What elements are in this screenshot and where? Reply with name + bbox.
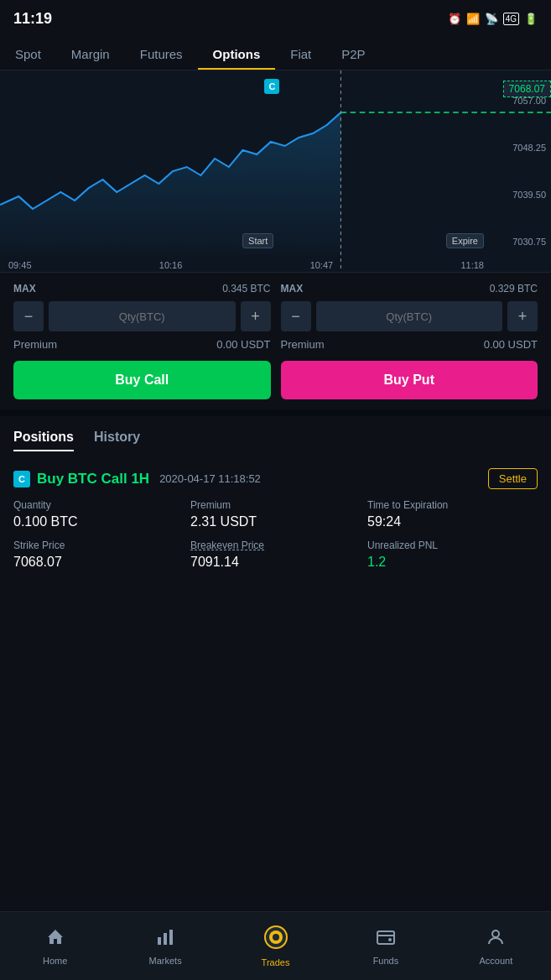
- buy-call-button[interactable]: Buy Call: [13, 361, 271, 399]
- nav-markets-label: Markets: [149, 956, 182, 966]
- call-premium-label: Premium: [13, 338, 57, 351]
- time-tick-4: 11:18: [460, 260, 484, 270]
- position-card: C Buy BTC Call 1H 2020-04-17 11:18:52 Se…: [13, 458, 538, 580]
- battery-icon: 🔋: [524, 13, 538, 25]
- call-max-label: MAX: [13, 283, 36, 295]
- trading-row: MAX 0.345 BTC − + Premium 0.00 USDT Buy …: [13, 283, 538, 399]
- svg-point-11: [388, 938, 392, 941]
- call-premium-row: Premium 0.00 USDT: [13, 338, 271, 351]
- put-qty-row: − +: [281, 301, 538, 331]
- position-c-badge: C: [13, 471, 30, 487]
- call-qty-plus[interactable]: +: [241, 301, 271, 331]
- position-date: 2020-04-17 11:18:52: [159, 472, 261, 485]
- tab-positions[interactable]: Positions: [13, 430, 74, 451]
- premium-value: 2.31 USDT: [190, 514, 361, 529]
- price-tick-3: 7039.50: [497, 190, 546, 200]
- expire-label: Expire: [446, 233, 484, 248]
- status-icons: ⏰ 📶 📡 4G 🔋: [448, 13, 538, 25]
- field-unrealized-pnl: Unrealized PNL 1.2: [367, 540, 538, 570]
- strike-price-value: 7068.07: [13, 555, 184, 570]
- field-breakeven-price: Breakeven Price 7091.14: [190, 540, 361, 570]
- tab-options[interactable]: Options: [198, 40, 276, 70]
- signal-icon: 📡: [485, 13, 498, 25]
- svg-point-9: [273, 934, 279, 941]
- strike-price-label: Strike Price: [13, 540, 184, 551]
- tab-futures[interactable]: Futures: [125, 40, 198, 70]
- call-max-row: MAX 0.345 BTC: [13, 283, 271, 295]
- svg-marker-3: [48, 930, 63, 944]
- nav-account[interactable]: Account: [441, 912, 551, 980]
- tab-fiat[interactable]: Fiat: [275, 40, 326, 70]
- status-time: 11:19: [13, 10, 52, 28]
- tab-history[interactable]: History: [94, 430, 140, 451]
- alarm-icon: ⏰: [448, 13, 461, 25]
- premium-label: Premium: [190, 499, 361, 511]
- put-max-label: MAX: [281, 283, 304, 295]
- tab-p2p[interactable]: P2P: [326, 40, 380, 70]
- put-premium-row: Premium 0.00 USDT: [281, 338, 538, 351]
- time-tick-2: 10:16: [159, 260, 183, 270]
- positions-section: Positions History C Buy BTC Call 1H 2020…: [0, 409, 551, 593]
- nav-funds[interactable]: Funds: [330, 912, 440, 980]
- breakeven-price-label: Breakeven Price: [190, 540, 361, 551]
- nav-funds-label: Funds: [373, 956, 399, 966]
- tab-spot[interactable]: Spot: [0, 40, 56, 70]
- chart-area: C 7068.07 7057.00 7048.25 7039.50 7030.7…: [0, 70, 551, 272]
- call-max-value: 0.345 BTC: [222, 283, 270, 295]
- time-tick-1: 09:45: [8, 260, 32, 270]
- call-qty-minus[interactable]: −: [13, 301, 44, 331]
- time-expiration-label: Time to Expiration: [367, 499, 538, 511]
- time-expiration-value: 59:24: [367, 514, 538, 529]
- field-quantity: Quantity 0.100 BTC: [13, 499, 184, 529]
- home-icon: [45, 927, 65, 952]
- nav-account-label: Account: [479, 956, 512, 966]
- tab-margin[interactable]: Margin: [56, 40, 125, 70]
- markets-icon: [155, 927, 175, 952]
- positions-tabs: Positions History: [13, 430, 538, 451]
- call-qty-row: − +: [13, 301, 271, 331]
- field-premium: Premium 2.31 USDT: [190, 499, 361, 529]
- svg-rect-6: [169, 930, 173, 945]
- unrealized-pnl-value: 1.2: [367, 555, 538, 570]
- put-qty-plus[interactable]: +: [507, 301, 538, 331]
- status-bar: 11:19 ⏰ 📶 📡 4G 🔋: [0, 0, 551, 34]
- call-premium-value: 0.00 USDT: [216, 338, 270, 351]
- position-header: C Buy BTC Call 1H 2020-04-17 11:18:52 Se…: [13, 468, 538, 489]
- time-tick-3: 10:47: [310, 260, 334, 270]
- funds-icon: [376, 927, 396, 952]
- put-premium-value: 0.00 USDT: [484, 338, 538, 351]
- buy-put-button[interactable]: Buy Put: [281, 361, 538, 399]
- put-qty-minus[interactable]: −: [281, 301, 311, 331]
- call-qty-input[interactable]: [49, 301, 236, 331]
- svg-rect-5: [164, 933, 167, 945]
- price-axis: 7057.00 7048.25 7039.50 7030.75: [492, 70, 551, 272]
- position-title: Buy BTC Call 1H: [37, 471, 149, 487]
- c-badge: C: [264, 79, 279, 94]
- svg-rect-10: [377, 931, 394, 944]
- settle-button[interactable]: Settle: [488, 468, 538, 489]
- field-strike-price: Strike Price 7068.07: [13, 540, 184, 570]
- put-max-row: MAX 0.329 BTC: [281, 283, 538, 295]
- quantity-label: Quantity: [13, 499, 184, 511]
- account-icon: [486, 927, 506, 952]
- breakeven-price-value: 7091.14: [190, 555, 361, 570]
- put-qty-input[interactable]: [316, 301, 503, 331]
- price-tick-2: 7048.25: [497, 143, 546, 153]
- nav-trades[interactable]: Trades: [221, 912, 330, 980]
- price-tick-4: 7030.75: [497, 237, 546, 247]
- field-time-expiration: Time to Expiration 59:24: [367, 499, 538, 529]
- svg-rect-4: [158, 937, 161, 945]
- bottom-nav: Home Markets Trades: [0, 911, 551, 980]
- svg-point-12: [492, 930, 499, 937]
- nav-markets[interactable]: Markets: [110, 912, 220, 980]
- price-tick-1: 7057.00: [497, 96, 546, 106]
- nav-tabs: Spot Margin Futures Options Fiat P2P: [0, 34, 551, 70]
- trading-section: MAX 0.345 BTC − + Premium 0.00 USDT Buy …: [0, 272, 551, 409]
- unrealized-pnl-label: Unrealized PNL: [367, 540, 538, 551]
- put-max-value: 0.329 BTC: [490, 283, 538, 295]
- start-label: Start: [242, 233, 273, 248]
- buy-put-col: MAX 0.329 BTC − + Premium 0.00 USDT Buy …: [281, 283, 538, 399]
- nav-home[interactable]: Home: [0, 912, 110, 980]
- wifi-icon: 📶: [466, 13, 480, 25]
- buy-call-col: MAX 0.345 BTC − + Premium 0.00 USDT Buy …: [13, 283, 271, 399]
